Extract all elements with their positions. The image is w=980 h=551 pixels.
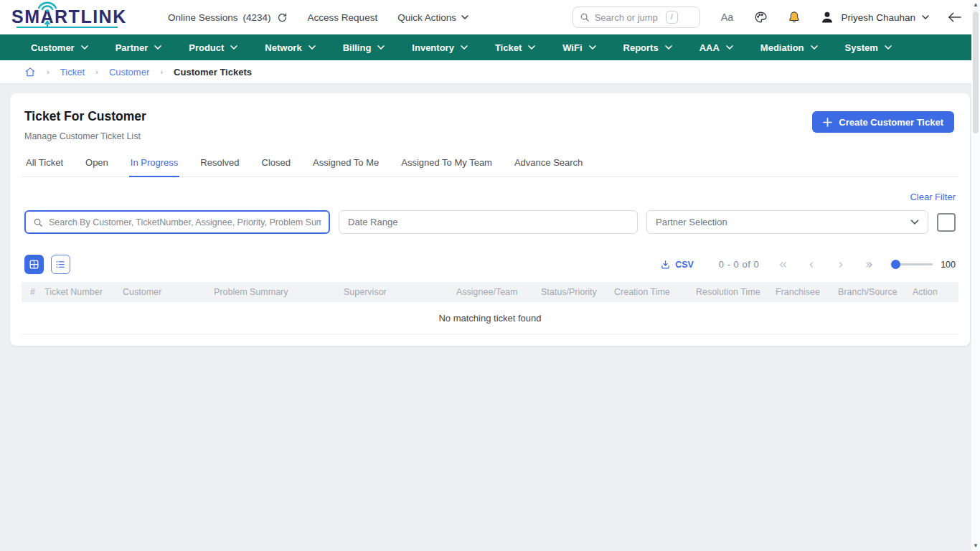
global-search[interactable]: /	[573, 6, 700, 28]
column-header-assignee-team: Assignee/Team	[456, 287, 541, 297]
global-search-input[interactable]	[595, 12, 661, 23]
column-header-creation-time: Creation Time	[614, 287, 696, 297]
text-size-toggle[interactable]: Aa	[721, 11, 734, 23]
user-name: Priyesh Chauhan	[841, 12, 915, 23]
tab-in-progress[interactable]: In Progress	[129, 153, 179, 177]
nav-item-customer[interactable]: Customer	[17, 34, 102, 60]
search-icon	[33, 217, 43, 227]
chevron-down-icon	[461, 45, 468, 50]
list-view-button[interactable]	[51, 255, 70, 274]
grid-view-button[interactable]	[24, 255, 44, 274]
refresh-icon[interactable]	[277, 12, 288, 23]
chevron-down-icon	[461, 15, 468, 19]
breadcrumb-link-ticket[interactable]: Ticket	[60, 67, 85, 77]
filter-row: Date Range Partner Selection	[22, 210, 958, 234]
nav-item-aaa[interactable]: AAA	[686, 34, 747, 60]
next-page-button[interactable]	[836, 260, 845, 270]
pagination-range: 0 - 0 of 0	[719, 259, 759, 270]
prev-page-button[interactable]	[807, 260, 816, 270]
smartlink-logo[interactable]: SMARTLINK	[10, 1, 136, 34]
online-sessions-count: (4234)	[243, 12, 271, 23]
nav-item-wifi[interactable]: WiFi	[549, 34, 609, 60]
page-size-slider[interactable]	[891, 260, 933, 270]
chevron-down-icon	[726, 45, 733, 50]
column-header-action: Action	[913, 287, 958, 297]
last-page-button[interactable]	[864, 260, 874, 270]
back-arrow-icon[interactable]	[948, 12, 961, 22]
date-range-field[interactable]: Date Range	[339, 210, 638, 234]
nav-item-system[interactable]: System	[831, 34, 905, 60]
breadcrumb-separator: ›	[160, 67, 163, 76]
chevron-down-icon	[922, 15, 929, 19]
nav-item-reports[interactable]: Reports	[610, 34, 686, 60]
tab-assigned-to-my-team[interactable]: Assigned To My Team	[400, 153, 494, 176]
scroll-up-arrow[interactable]: ▲	[973, 2, 979, 8]
slider-thumb[interactable]	[891, 260, 900, 269]
tab-all-ticket[interactable]: All Ticket	[24, 153, 65, 176]
first-page-button[interactable]	[778, 260, 788, 270]
chevron-down-icon	[81, 45, 88, 50]
table-toolbar: CSV 0 - 0 of 0 100	[22, 255, 958, 274]
breadcrumb-separator: ›	[95, 67, 98, 76]
breadcrumb-current: Customer Tickets	[174, 67, 252, 77]
tab-assigned-to-me[interactable]: Assigned To Me	[311, 153, 380, 176]
column-header-index: #	[22, 287, 44, 297]
page-content: Ticket For Customer Manage Customer Tick…	[0, 84, 980, 355]
search-shortcut-key: /	[666, 11, 678, 23]
quick-actions-label: Quick Actions	[397, 12, 456, 23]
vertical-scrollbar[interactable]: ▲ ▼	[971, 0, 980, 551]
tab-open[interactable]: Open	[84, 153, 110, 176]
column-header-ticket-number: Ticket Number	[44, 287, 123, 297]
theme-palette-icon[interactable]	[754, 11, 767, 24]
user-avatar-icon	[820, 10, 834, 24]
breadcrumb-separator: ›	[47, 67, 50, 76]
access-request-label: Access Request	[308, 12, 378, 23]
create-customer-ticket-button[interactable]: Create Customer Ticket	[812, 111, 954, 133]
ticket-search-field[interactable]	[24, 210, 330, 234]
empty-table-message: No matching ticket found	[22, 302, 958, 334]
quick-actions-menu[interactable]: Quick Actions	[397, 12, 468, 23]
notifications-bell-icon[interactable]	[788, 11, 801, 24]
partner-selection-dropdown[interactable]: Partner Selection	[646, 210, 928, 234]
access-request-link[interactable]: Access Request	[308, 12, 378, 23]
column-header-resolution-time: Resolution Time	[696, 287, 776, 297]
ticket-list-card: Ticket For Customer Manage Customer Tick…	[10, 93, 970, 346]
breadcrumb-link-customer[interactable]: Customer	[109, 67, 149, 77]
wifi-dot	[46, 9, 49, 12]
nav-item-network[interactable]: Network	[251, 34, 329, 60]
scrollbar-thumb[interactable]	[973, 11, 979, 133]
chevron-down-icon	[230, 45, 237, 50]
nav-item-inventory[interactable]: Inventory	[398, 34, 481, 60]
nav-item-mediation[interactable]: Mediation	[747, 34, 831, 60]
scroll-down-arrow[interactable]: ▼	[973, 543, 979, 549]
user-menu[interactable]: Priyesh Chauhan	[820, 10, 929, 24]
nav-item-product[interactable]: Product	[175, 34, 251, 60]
column-header-supervisor: Supervisor	[344, 287, 456, 297]
nav-item-ticket[interactable]: Ticket	[481, 34, 549, 60]
chevron-down-icon	[377, 45, 385, 50]
breadcrumb: › Ticket › Customer › Customer Tickets	[0, 60, 980, 84]
download-icon	[660, 259, 671, 270]
online-sessions-label: Online Sessions	[168, 12, 238, 23]
chevron-down-icon	[811, 45, 818, 50]
list-view-icon	[55, 259, 66, 270]
search-icon	[580, 12, 590, 22]
plus-icon	[823, 118, 832, 127]
partner-select-checkbox[interactable]	[937, 213, 956, 232]
chevron-down-icon	[308, 45, 316, 50]
ticket-search-input[interactable]	[49, 217, 321, 227]
nav-item-partner[interactable]: Partner	[102, 34, 176, 60]
top-header: SMARTLINK Online Sessions (4234) Access …	[0, 0, 980, 34]
tab-resolved[interactable]: Resolved	[199, 153, 240, 176]
home-icon[interactable]	[24, 67, 36, 77]
chevron-down-icon	[589, 45, 596, 50]
nav-item-billing[interactable]: Billing	[329, 34, 399, 60]
clear-filter-link[interactable]: Clear Filter	[910, 192, 956, 202]
column-header-problem-summary: Problem Summary	[214, 287, 344, 297]
tab-advance-search[interactable]: Advance Search	[513, 153, 584, 176]
tab-closed[interactable]: Closed	[260, 153, 292, 176]
export-csv-button[interactable]: CSV	[660, 259, 694, 270]
table-header: # Ticket Number Customer Problem Summary…	[22, 282, 958, 302]
column-header-branch-source: Branch/Source	[838, 287, 913, 297]
logo-text: SMARTLINK	[11, 6, 127, 27]
